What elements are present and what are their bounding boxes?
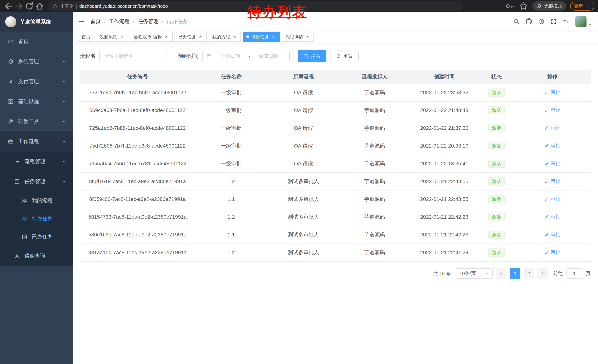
- sidebar-item-devtools[interactable]: 研发工具: [0, 112, 73, 131]
- tab[interactable]: 已办任务×: [174, 32, 207, 42]
- browser-back-icon[interactable]: [4, 1, 13, 11]
- approve-link[interactable]: 审批: [544, 142, 560, 149]
- approve-link[interactable]: 审批: [544, 125, 560, 131]
- pen-icon: [544, 197, 549, 202]
- cell-name: 1.2: [195, 208, 267, 226]
- table-row: 8f059c03-7ac8-11ec-a9e2-a2380e71991a1.1测…: [80, 190, 590, 208]
- browser-forward-icon[interactable]: [14, 1, 24, 11]
- chevron-right-icon: [540, 271, 545, 276]
- sidebar-item-system[interactable]: 系统管理: [0, 51, 73, 72]
- approve-link[interactable]: 审批: [544, 107, 560, 113]
- tab[interactable]: 待办任务×: [243, 32, 280, 42]
- browser-reload-icon[interactable]: [25, 1, 34, 11]
- user-menu[interactable]: [575, 16, 592, 27]
- cell-time: 2022-01-22 18:25:41: [410, 155, 479, 173]
- reset-button[interactable]: 重置: [330, 50, 359, 62]
- fullscreen-icon[interactable]: [551, 18, 556, 24]
- prev-page-button[interactable]: [496, 268, 507, 279]
- column-header: 操作: [514, 70, 590, 84]
- close-tab-icon[interactable]: ×: [198, 34, 203, 40]
- tools-icon: [8, 119, 14, 124]
- breadcrumb-separator: /: [133, 18, 134, 24]
- approve-link[interactable]: 审批: [544, 160, 560, 167]
- sidebar-item-leave-query[interactable]: 请假查询: [0, 246, 73, 266]
- cell-status: 激活: [479, 173, 514, 190]
- cell-time: 2022-01-22 21:37:30: [410, 119, 479, 137]
- status-badge: 激活: [488, 160, 505, 168]
- cell-initiator: 芋道源码: [339, 84, 410, 101]
- sidebar-item-process-mgmt[interactable]: 流程管理: [0, 152, 73, 171]
- breadcrumb-item[interactable]: 工作流程: [109, 18, 130, 25]
- help-icon[interactable]: ?: [538, 18, 544, 24]
- tab[interactable]: 发起流程×: [96, 32, 128, 42]
- app-logo[interactable]: 芋道管理系统: [0, 12, 73, 32]
- breadcrumb-item[interactable]: 任务管理: [138, 18, 158, 25]
- sidebar-item-payment[interactable]: ¥支付管理: [0, 72, 73, 91]
- process-name-input[interactable]: [99, 50, 168, 62]
- approve-link[interactable]: 审批: [544, 213, 560, 220]
- svg-text:?: ?: [540, 20, 542, 23]
- cell-process: 测试多审批人: [267, 173, 339, 190]
- column-header: 任务编号: [80, 70, 195, 84]
- next-page-button[interactable]: [537, 268, 548, 279]
- password-manager-icon[interactable]: [505, 1, 515, 11]
- cell-initiator: 芋道源码: [339, 208, 410, 226]
- approve-label: 审批: [551, 249, 560, 256]
- tab[interactable]: 流程详情×: [282, 32, 314, 42]
- table-row: 069c6a63-7b8a-11ec-8ef0-acde48001122一级审批…: [80, 101, 590, 119]
- browser-home-icon[interactable]: [35, 1, 44, 11]
- table-row: 381aa1dd-7ac8-11ec-a9e2-a2380e71991a1.2测…: [80, 244, 590, 261]
- goto-page-input[interactable]: [566, 268, 582, 279]
- github-icon[interactable]: [526, 18, 532, 25]
- approve-label: 审批: [551, 160, 560, 167]
- chevron-down-icon: [485, 271, 489, 275]
- cell-time: 2022-01-22 21:48:48: [410, 101, 479, 119]
- approve-label: 审批: [551, 213, 560, 220]
- breadcrumb-item[interactable]: 首页: [91, 18, 101, 25]
- sidebar-item-label: 待办任务: [32, 215, 53, 222]
- close-tab-icon[interactable]: ×: [271, 34, 276, 40]
- approve-link[interactable]: 审批: [544, 89, 560, 96]
- tab[interactable]: 流程表单-编辑×: [130, 32, 173, 42]
- column-header: 状态: [479, 70, 514, 84]
- gear-icon: [8, 58, 14, 65]
- cell-name: 1.1: [195, 226, 267, 244]
- sidebar-item-done-tasks[interactable]: 已办任务: [0, 228, 73, 246]
- sidebar-item-infrastructure[interactable]: 基础设施: [0, 91, 73, 112]
- chevron-down-icon: [61, 159, 66, 164]
- browser-update-button[interactable]: 更新: [570, 2, 594, 11]
- date-range-picker[interactable]: 开始日期 - 结束日期: [202, 50, 290, 62]
- approve-label: 审批: [551, 231, 560, 238]
- approve-link[interactable]: 审批: [544, 231, 560, 238]
- approve-link[interactable]: 审批: [544, 178, 560, 184]
- address-bar[interactable]: 不安全 dashboard.yudao.iocoder.cn/bpm/task/…: [48, 1, 463, 11]
- approve-link[interactable]: 审批: [544, 249, 560, 256]
- close-tab-icon[interactable]: ×: [164, 34, 169, 40]
- bookmark-star-icon[interactable]: [519, 1, 528, 11]
- approve-link[interactable]: 审批: [544, 196, 560, 202]
- search-icon[interactable]: [514, 18, 519, 24]
- hamburger-icon[interactable]: [79, 18, 85, 25]
- close-tab-icon[interactable]: ×: [232, 34, 237, 40]
- cell-id: a6aba0a4-7b6d-11ec-b781-acde48001122: [80, 155, 195, 173]
- tab[interactable]: 首页: [78, 32, 94, 42]
- font-size-icon[interactable]: TT: [563, 18, 569, 25]
- status-badge: 激活: [488, 124, 505, 132]
- sidebar-item-my-process[interactable]: 我的流程: [0, 191, 73, 210]
- pen-icon: [544, 161, 549, 166]
- sidebar-item-home[interactable]: 首页: [0, 32, 73, 51]
- sidebar-item-todo-tasks[interactable]: 待办任务: [0, 210, 73, 228]
- pen-icon: [544, 214, 549, 219]
- sidebar-item-workflow[interactable]: 工作流程: [0, 131, 73, 152]
- browser-menu-kebab-icon[interactable]: [585, 4, 590, 9]
- close-tab-icon[interactable]: ×: [305, 34, 310, 40]
- search-button[interactable]: 搜索: [298, 50, 326, 62]
- cell-time: 2022-01-22 23:53:32: [410, 84, 479, 101]
- page-button-1[interactable]: 1: [510, 268, 520, 279]
- cell-name: 一级审批: [195, 84, 267, 101]
- page-button-2[interactable]: 2: [523, 268, 534, 279]
- page-size-select[interactable]: 10条/页: [456, 268, 493, 279]
- close-tab-icon[interactable]: ×: [119, 34, 125, 40]
- tab[interactable]: 我的流程×: [208, 32, 241, 42]
- sidebar-item-task-mgmt[interactable]: 任务管理: [0, 171, 73, 191]
